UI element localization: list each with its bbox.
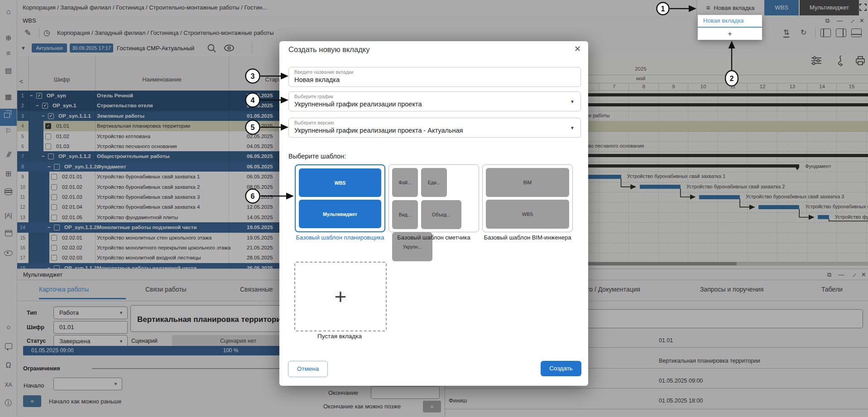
template-card[interactable]: BIMWBS: [482, 164, 573, 232]
schedule-select-label: Выберите график: [294, 94, 333, 99]
template-tile: Еди...: [421, 168, 447, 197]
template-card-label: Базовый шаблон BIM-инженера: [482, 234, 573, 241]
template-tile: Фай...: [392, 168, 418, 197]
schedule-select-value: Укрупненный график реализации проекта: [294, 101, 422, 108]
empty-tab-template[interactable]: +: [294, 262, 387, 331]
new-tab-dropdown: Новая вкладка +: [698, 15, 762, 40]
chevron-down-icon: ▼: [570, 125, 575, 130]
template-tile: Вид...: [392, 200, 418, 229]
create-tab-modal: Создать новую вкладку ✕ Введите название…: [279, 41, 588, 386]
template-section-label: Выберите шаблон:: [288, 153, 346, 160]
empty-tab-label: Пустая вкладка: [294, 333, 385, 340]
tab-name-input-value: Новая вкладка: [294, 76, 340, 83]
template-tile: WBS: [299, 168, 381, 197]
chevron-down-icon: ▼: [570, 99, 575, 104]
template-card[interactable]: WBSМультивиджет: [295, 164, 385, 232]
template-tile: WBS: [486, 200, 569, 229]
tab-name-input[interactable]: Введите название вкладки Новая вкладка: [288, 67, 581, 87]
create-button[interactable]: Создать: [541, 361, 581, 376]
template-card[interactable]: Фай...Еди...Вид...Объед...Укрупн...: [388, 164, 479, 232]
dropdown-item-new-tab[interactable]: Новая вкладка: [698, 15, 762, 28]
template-card-label: Базовый шаблон планировщика: [295, 234, 385, 241]
cancel-button[interactable]: Отмена: [288, 361, 328, 377]
modal-title: Создать новую вкладку: [288, 45, 369, 54]
version-select[interactable]: Выберите версию Укрупненный график реали…: [288, 118, 581, 138]
template-tile: Объед...: [421, 200, 461, 229]
template-tile: Мультивиджет: [299, 200, 381, 228]
plus-icon: +: [335, 284, 347, 309]
app-window: ⌂ ⊕ ≡ ▤ ▦ ⚐ /// ⊞ [A] ☼ Ω XA ⓘ Корпораци…: [0, 0, 868, 417]
tab-name-input-label: Введите название вкладки: [294, 69, 353, 75]
template-card-label: Базовый шаблон сметчика: [388, 234, 479, 241]
template-tile: BIM: [486, 168, 569, 197]
dropdown-add-tab-button[interactable]: +: [698, 28, 762, 40]
modal-close-icon[interactable]: ✕: [574, 44, 581, 54]
version-select-label: Выберите версию: [294, 120, 334, 125]
version-select-value: Укрупненный график реализации проекта - …: [294, 127, 463, 134]
schedule-select[interactable]: Выберите график Укрупненный график реали…: [288, 91, 581, 111]
